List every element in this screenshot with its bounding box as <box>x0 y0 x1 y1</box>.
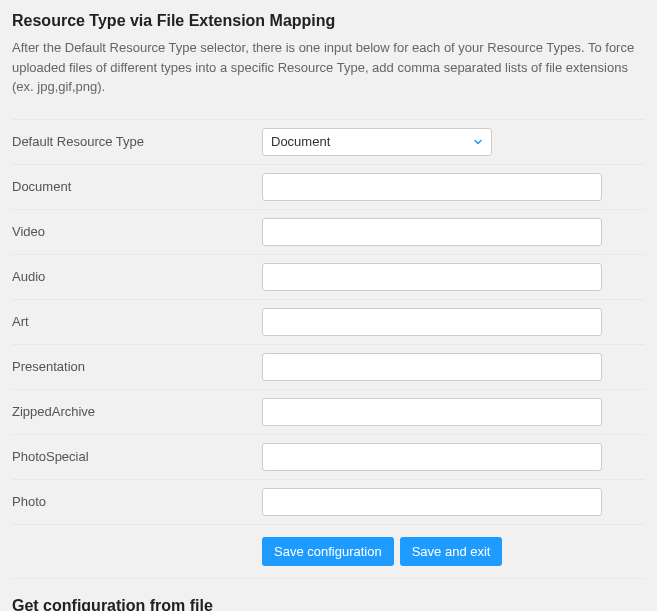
save-configuration-button[interactable]: Save configuration <box>262 537 394 566</box>
section2-title: Get configuration from file <box>12 597 645 612</box>
mapping-input[interactable] <box>262 218 602 246</box>
mapping-input[interactable] <box>262 308 602 336</box>
mapping-row: ZippedArchive <box>12 389 645 434</box>
mapping-row: Art <box>12 299 645 344</box>
mapping-row: Document <box>12 164 645 209</box>
save-and-exit-button[interactable]: Save and exit <box>400 537 503 566</box>
mapping-label: ZippedArchive <box>12 404 262 419</box>
mapping-label: Art <box>12 314 262 329</box>
mapping-row: Photo <box>12 479 645 524</box>
mapping-row: Video <box>12 209 645 254</box>
mapping-label: Photo <box>12 494 262 509</box>
mapping-row: Presentation <box>12 344 645 389</box>
default-resource-type-select[interactable]: Document <box>262 128 492 156</box>
mapping-input[interactable] <box>262 353 602 381</box>
mapping-label: Document <box>12 179 262 194</box>
mapping-input[interactable] <box>262 443 602 471</box>
mapping-input[interactable] <box>262 488 602 516</box>
actions-row: Save configuration Save and exit <box>12 524 645 578</box>
mapping-label: PhotoSpecial <box>12 449 262 464</box>
mapping-label: Presentation <box>12 359 262 374</box>
mapping-label: Audio <box>12 269 262 284</box>
section-description: After the Default Resource Type selector… <box>12 38 645 97</box>
mapping-input[interactable] <box>262 263 602 291</box>
default-resource-type-label: Default Resource Type <box>12 134 262 149</box>
mapping-input[interactable] <box>262 398 602 426</box>
mapping-input[interactable] <box>262 173 602 201</box>
mapping-row: Audio <box>12 254 645 299</box>
mapping-row: PhotoSpecial <box>12 434 645 479</box>
mapping-label: Video <box>12 224 262 239</box>
section-title: Resource Type via File Extension Mapping <box>12 12 645 30</box>
default-resource-type-row: Default Resource Type Document <box>12 119 645 164</box>
